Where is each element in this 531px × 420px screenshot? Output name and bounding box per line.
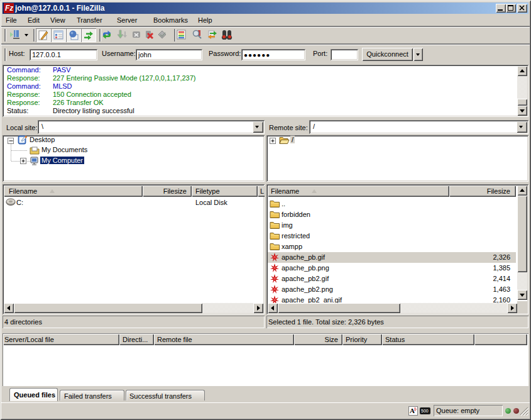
svg-text:Fz: Fz	[5, 4, 13, 13]
svg-text:A: A	[410, 407, 415, 414]
svg-text:500: 500	[421, 409, 429, 413]
